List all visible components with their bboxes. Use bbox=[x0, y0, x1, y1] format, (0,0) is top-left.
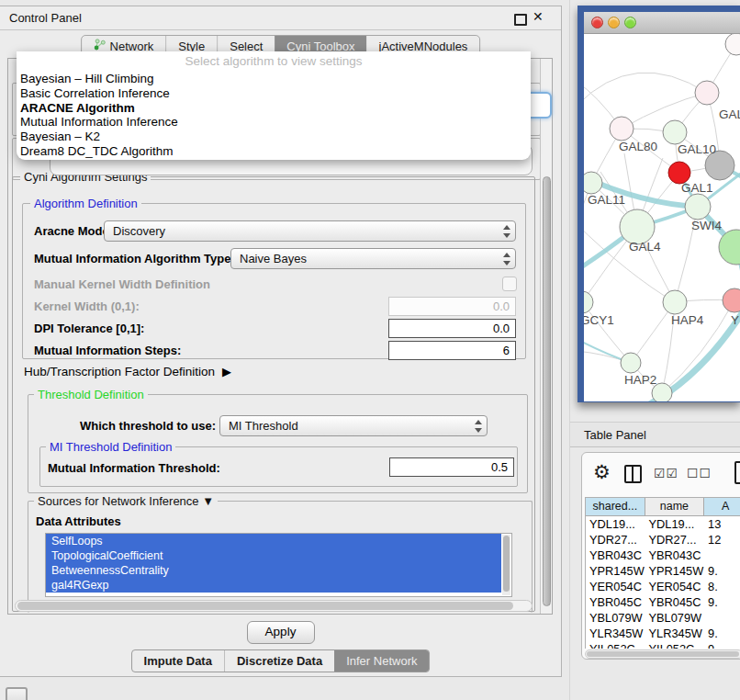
control-panel-titlebar: Control Panel ✕ bbox=[0, 6, 561, 30]
kernel-width-input[interactable] bbox=[388, 297, 516, 316]
network-node-y[interactable] bbox=[723, 288, 740, 312]
column-header-2[interactable]: A bbox=[704, 498, 740, 516]
table-cell: 9. bbox=[704, 626, 740, 641]
hub-definition-disclosure[interactable]: Hub/Transcription Factor Definition▶ bbox=[24, 365, 231, 378]
app-root: Control Panel ✕ NetworkStyleSelectCyni T… bbox=[0, 0, 740, 700]
attribute-list-item[interactable]: BetweennessCentrality bbox=[46, 563, 501, 578]
algorithm-option[interactable]: Mutual Information Inference bbox=[20, 115, 527, 130]
close-traffic-light[interactable] bbox=[591, 17, 603, 28]
threshold-definition-group: Threshold Definition Which threshold to … bbox=[28, 394, 528, 493]
dpi-tolerance-input[interactable] bbox=[388, 319, 516, 338]
horizontal-scrollbar-thumb[interactable] bbox=[17, 602, 513, 610]
expand-down-icon[interactable]: ▼ bbox=[202, 494, 214, 508]
attribute-list-item[interactable]: SelfLoops bbox=[46, 534, 501, 548]
dpi-tolerance-label: DPI Tolerance [0,1]: bbox=[34, 322, 144, 335]
network-canvas[interactable]: GALGAL80GAL10GAL1GAL11SWI4GAL4GCY1HAP4YH… bbox=[584, 34, 740, 401]
network-node-gal[interactable] bbox=[695, 81, 719, 105]
aracne-mode-select[interactable]: Discovery bbox=[104, 220, 516, 242]
sources-legend: Sources for Network Inference ▼ bbox=[34, 494, 218, 508]
mi-algorithm-type-select[interactable]: Naive Bayes bbox=[230, 248, 516, 269]
table-row[interactable]: YER054CYER054C8. bbox=[586, 579, 740, 594]
settings-vertical-scrollbar[interactable] bbox=[540, 59, 552, 614]
table-cell: YDL19... bbox=[645, 516, 705, 532]
mi-type-value: Naive Bayes bbox=[240, 252, 307, 265]
table-row[interactable]: YDR27...YDR27...12 bbox=[586, 532, 740, 548]
table-cell: YIL052C bbox=[645, 641, 705, 649]
table-cell: YER054C bbox=[645, 579, 705, 594]
algorithm-option[interactable]: Bayesian – Hill Climbing bbox=[20, 72, 527, 86]
network-node[interactable] bbox=[725, 34, 740, 55]
table-horizontal-scrollbar-thumb[interactable] bbox=[587, 651, 739, 657]
node-table: shared...nameAYDL19...YDL19...13YDR27...… bbox=[585, 497, 740, 649]
node-label: Y bbox=[731, 313, 739, 327]
columns-icon[interactable] bbox=[624, 465, 642, 483]
network-node-hap2[interactable] bbox=[621, 353, 641, 373]
algorithm-option[interactable]: ARACNE Algorithm bbox=[20, 101, 527, 116]
table-row[interactable]: YIL052CYIL052C9. bbox=[586, 641, 740, 649]
network-node-gal10[interactable] bbox=[663, 120, 687, 144]
table-row[interactable]: YPR145WYPR145W9. bbox=[586, 563, 740, 579]
algorithm-dropdown-items: Bayesian – Hill ClimbingBasic Correlatio… bbox=[20, 72, 527, 159]
new-table-icon[interactable] bbox=[734, 461, 740, 484]
expand-right-icon[interactable]: ▶ bbox=[222, 365, 231, 378]
node-label: GAL80 bbox=[619, 140, 657, 153]
table-cell bbox=[704, 548, 740, 563]
table-cell: YPR145W bbox=[645, 563, 705, 579]
column-header-0[interactable]: shared... bbox=[586, 498, 645, 516]
deselect-all-checkboxes-icon[interactable]: ☐☐ bbox=[687, 466, 712, 480]
mi-threshold-label: Mutual Information Threshold: bbox=[48, 461, 220, 475]
bottom-tab-discretize-data[interactable]: Discretize Data bbox=[224, 650, 334, 672]
table-cell: 13 bbox=[704, 516, 740, 532]
network-node-gcy1[interactable] bbox=[584, 291, 593, 313]
settings-vertical-scrollbar-thumb[interactable] bbox=[543, 176, 551, 606]
manual-kernel-label: Manual Kernel Width Definition bbox=[34, 277, 210, 291]
network-node-swi4[interactable] bbox=[685, 194, 711, 220]
close-icon[interactable]: ✕ bbox=[533, 9, 544, 24]
table-cell: YBR045C bbox=[645, 594, 705, 610]
table-toolbar: ⚙ ☑☑ ☐☐ bbox=[582, 453, 740, 495]
table-panel-titlebar: Table Panel bbox=[570, 422, 740, 447]
node-label: HAP2 bbox=[624, 373, 656, 387]
network-node-hap4[interactable] bbox=[663, 290, 687, 314]
list-scrollbar-thumb[interactable] bbox=[503, 536, 510, 592]
network-view-window[interactable]: GALGAL80GAL10GAL1GAL11SWI4GAL4GCY1HAP4YH… bbox=[577, 6, 740, 402]
bottom-tab-impute-data[interactable]: Impute Data bbox=[132, 650, 224, 672]
column-header-1[interactable]: name bbox=[645, 498, 705, 516]
zoom-traffic-light[interactable] bbox=[624, 17, 636, 28]
data-attributes-list[interactable]: SelfLoopsTopologicalCoefficientBetweenne… bbox=[45, 533, 512, 597]
list-scrollbar[interactable] bbox=[502, 535, 510, 595]
table-cell: YLR345W bbox=[645, 626, 705, 641]
panel-divider bbox=[569, 0, 570, 700]
network-window-titlebar[interactable] bbox=[584, 12, 740, 34]
algorithm-option[interactable]: Dream8 DC_TDC Algorithm bbox=[20, 144, 527, 159]
minimize-traffic-light[interactable] bbox=[608, 17, 620, 28]
table-horizontal-scrollbar[interactable] bbox=[585, 649, 740, 659]
network-node-gal11[interactable] bbox=[584, 172, 602, 194]
table-row[interactable]: YBL079WYBL079W bbox=[586, 610, 740, 626]
select-all-checkboxes-icon[interactable]: ☑☑ bbox=[654, 466, 678, 480]
apply-button[interactable]: Apply bbox=[247, 621, 315, 644]
algorithm-option[interactable]: Bayesian – K2 bbox=[20, 130, 527, 144]
mi-threshold-input[interactable] bbox=[389, 457, 514, 477]
network-node-gal80[interactable] bbox=[610, 117, 633, 141]
table-row[interactable]: YLR345WYLR345W9. bbox=[586, 626, 740, 641]
which-threshold-select[interactable]: MI Threshold bbox=[219, 415, 488, 436]
algorithm-option[interactable]: Basic Correlation Inference bbox=[20, 86, 527, 101]
hub-definition-label: Hub/Transcription Factor Definition bbox=[24, 365, 215, 378]
network-edge bbox=[584, 73, 707, 106]
horizontal-scrollbar[interactable] bbox=[15, 600, 533, 612]
table-row[interactable]: YBR043CYBR043C bbox=[586, 548, 740, 563]
float-window-icon[interactable] bbox=[514, 14, 527, 26]
control-panel-window: Control Panel ✕ NetworkStyleSelectCyni T… bbox=[0, 6, 562, 677]
mi-steps-input[interactable] bbox=[388, 341, 516, 360]
table-cell: 9. bbox=[704, 563, 740, 579]
table-row[interactable]: YBR045CYBR045C9. bbox=[586, 594, 740, 610]
manual-kernel-checkbox[interactable] bbox=[502, 277, 517, 291]
bottom-tab-infer-network[interactable]: Infer Network bbox=[334, 650, 429, 672]
node-label: GCY1 bbox=[584, 313, 614, 327]
attribute-list-item[interactable]: TopologicalCoefficient bbox=[46, 548, 501, 563]
table-row[interactable]: YDL19...YDL19...13 bbox=[586, 516, 740, 532]
attribute-list-item[interactable]: gal4RGexp bbox=[46, 578, 501, 593]
restore-panel-icon[interactable] bbox=[6, 687, 28, 700]
gear-icon[interactable]: ⚙ bbox=[593, 461, 611, 483]
